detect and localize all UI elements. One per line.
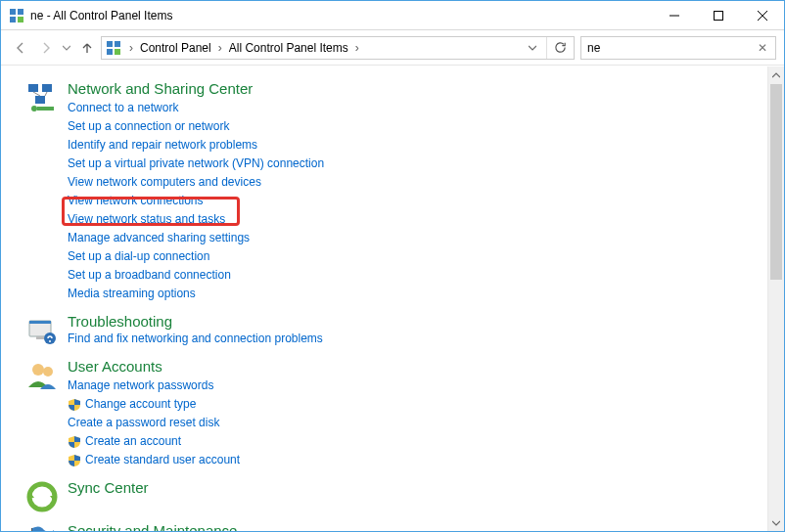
search-input[interactable] (587, 41, 756, 55)
link-connect-network[interactable]: Connect to a network (68, 99, 178, 117)
link-setup-vpn[interactable]: Set up a virtual private network (VPN) c… (68, 155, 324, 173)
svg-line-15 (33, 92, 40, 96)
forward-button[interactable] (34, 36, 58, 60)
svg-rect-20 (29, 321, 51, 324)
svg-rect-12 (28, 84, 38, 92)
category-title-network[interactable]: Network and Sharing Center (68, 80, 324, 97)
link-setup-dialup[interactable]: Set up a dial-up connection (68, 247, 209, 266)
svg-rect-2 (10, 17, 16, 22)
user-accounts-icon (26, 360, 58, 391)
svg-rect-9 (115, 41, 120, 47)
uac-shield-icon (68, 454, 81, 467)
svg-rect-3 (18, 17, 23, 22)
troubleshooting-icon (26, 315, 58, 346)
link-setup-connection[interactable]: Set up a connection or network (68, 117, 229, 136)
svg-rect-14 (35, 96, 45, 104)
category-title-sync-center[interactable]: Sync Center (68, 479, 149, 496)
category-title-user-accounts[interactable]: User Accounts (68, 358, 240, 375)
category-network: Network and Sharing Center Connect to a … (26, 80, 767, 303)
svg-point-17 (31, 106, 37, 111)
control-panel-icon (106, 40, 121, 56)
link-change-account-type[interactable]: Change account type (85, 395, 196, 414)
svg-rect-13 (42, 84, 52, 92)
search-box[interactable]: ✕ (580, 36, 776, 60)
category-sync-center: Sync Center (26, 479, 767, 512)
link-create-standard-account[interactable]: Create standard user account (85, 451, 240, 469)
svg-rect-5 (714, 11, 722, 20)
minimize-button[interactable] (652, 1, 696, 29)
uac-shield-icon (68, 398, 81, 412)
svg-rect-1 (18, 9, 23, 15)
uac-shield-icon (68, 435, 81, 449)
link-find-fix-networking[interactable]: Find and fix networking and connection p… (68, 330, 323, 348)
recent-locations-button[interactable] (60, 36, 73, 60)
address-dropdown-button[interactable] (519, 37, 546, 59)
link-setup-broadband[interactable]: Set up a broadband connection (68, 266, 231, 285)
breadcrumb-control-panel[interactable]: Control Panel (137, 37, 214, 59)
svg-rect-10 (107, 49, 113, 55)
link-view-status-tasks[interactable]: View network status and tasks (68, 210, 225, 229)
category-user-accounts: User Accounts Manage network passwords C… (26, 358, 767, 469)
category-title-troubleshooting[interactable]: Troubleshooting (68, 313, 323, 330)
svg-rect-0 (10, 9, 16, 15)
svg-rect-21 (36, 336, 44, 339)
security-flag-icon (26, 524, 58, 531)
svg-point-22 (44, 332, 56, 344)
link-password-reset-disk[interactable]: Create a password reset disk (68, 414, 219, 432)
category-troubleshooting: Troubleshooting Find and fix networking … (26, 313, 767, 348)
window-title: ne - All Control Panel Items (30, 9, 172, 22)
link-create-account[interactable]: Create an account (85, 432, 181, 451)
navbar: › Control Panel › All Control Panel Item… (1, 30, 784, 66)
link-manage-passwords[interactable]: Manage network passwords (68, 377, 213, 395)
link-identify-repair[interactable]: Identify and repair network problems (68, 136, 257, 155)
category-security: Security and Maintenance Review your com… (26, 522, 767, 531)
svg-line-16 (45, 92, 47, 96)
svg-rect-8 (107, 41, 113, 47)
svg-point-25 (43, 367, 53, 377)
up-button[interactable] (75, 36, 99, 60)
vertical-scrollbar[interactable] (767, 66, 784, 531)
link-view-computers[interactable]: View network computers and devices (68, 173, 261, 192)
breadcrumb-all-items[interactable]: All Control Panel Items (226, 37, 351, 59)
link-media-streaming[interactable]: Media streaming options (68, 285, 196, 303)
svg-rect-11 (115, 49, 120, 55)
sync-center-icon (26, 481, 58, 512)
category-title-security[interactable]: Security and Maintenance (68, 522, 328, 531)
address-bar[interactable]: › Control Panel › All Control Panel Item… (101, 36, 575, 60)
clear-search-button[interactable]: ✕ (756, 41, 769, 55)
link-manage-sharing[interactable]: Manage advanced sharing settings (68, 229, 250, 247)
close-button[interactable] (740, 1, 784, 29)
chevron-right-icon[interactable]: › (214, 37, 226, 59)
back-button[interactable] (9, 36, 32, 60)
network-icon (26, 82, 58, 113)
scroll-down-button[interactable] (768, 514, 784, 531)
chevron-right-icon[interactable]: › (125, 37, 137, 59)
control-panel-app-icon (9, 8, 24, 23)
maximize-button[interactable] (696, 1, 740, 29)
chevron-right-icon[interactable]: › (351, 37, 363, 59)
scroll-up-button[interactable] (768, 66, 784, 83)
svg-point-24 (32, 364, 44, 376)
titlebar: ne - All Control Panel Items (1, 1, 784, 30)
refresh-button[interactable] (546, 37, 574, 59)
results-panel: Network and Sharing Center Connect to a … (1, 66, 767, 531)
scrollbar-thumb[interactable] (770, 84, 782, 280)
link-view-connections[interactable]: View network connections (68, 192, 204, 210)
svg-rect-18 (37, 107, 54, 111)
